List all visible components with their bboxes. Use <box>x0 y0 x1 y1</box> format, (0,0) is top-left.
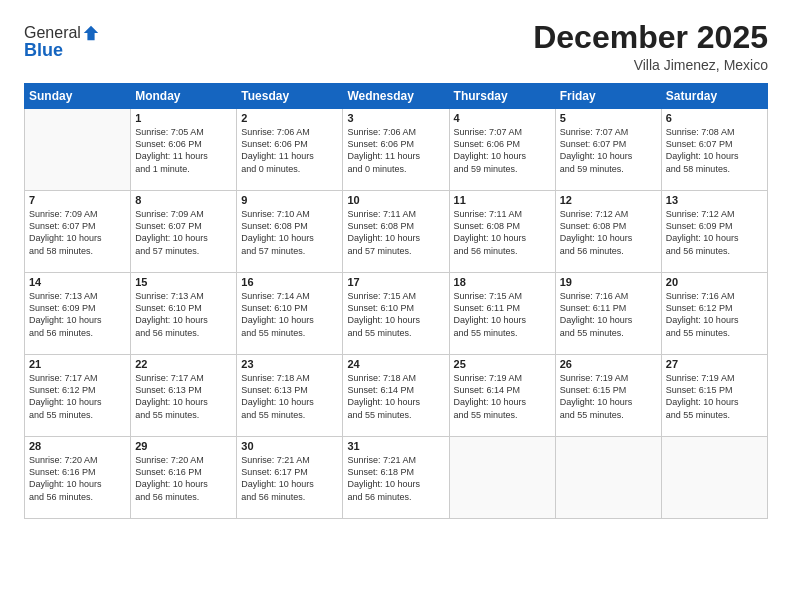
weekday-header: Wednesday <box>343 84 449 109</box>
calendar-cell <box>25 109 131 191</box>
calendar-cell: 12Sunrise: 7:12 AM Sunset: 6:08 PM Dayli… <box>555 191 661 273</box>
month-title: December 2025 <box>533 20 768 55</box>
calendar-cell: 22Sunrise: 7:17 AM Sunset: 6:13 PM Dayli… <box>131 355 237 437</box>
day-number: 11 <box>454 194 551 206</box>
day-info: Sunrise: 7:21 AM Sunset: 6:18 PM Dayligh… <box>347 454 444 503</box>
day-number: 30 <box>241 440 338 452</box>
calendar-week-row: 14Sunrise: 7:13 AM Sunset: 6:09 PM Dayli… <box>25 273 768 355</box>
calendar-cell: 26Sunrise: 7:19 AM Sunset: 6:15 PM Dayli… <box>555 355 661 437</box>
calendar-cell: 17Sunrise: 7:15 AM Sunset: 6:10 PM Dayli… <box>343 273 449 355</box>
day-number: 26 <box>560 358 657 370</box>
location: Villa Jimenez, Mexico <box>533 57 768 73</box>
day-info: Sunrise: 7:10 AM Sunset: 6:08 PM Dayligh… <box>241 208 338 257</box>
page: General Blue December 2025 Villa Jimenez… <box>0 0 792 612</box>
day-info: Sunrise: 7:17 AM Sunset: 6:13 PM Dayligh… <box>135 372 232 421</box>
calendar-cell: 6Sunrise: 7:08 AM Sunset: 6:07 PM Daylig… <box>661 109 767 191</box>
svg-marker-0 <box>84 26 98 40</box>
title-area: December 2025 Villa Jimenez, Mexico <box>533 20 768 73</box>
day-number: 23 <box>241 358 338 370</box>
day-number: 20 <box>666 276 763 288</box>
calendar-cell: 9Sunrise: 7:10 AM Sunset: 6:08 PM Daylig… <box>237 191 343 273</box>
day-info: Sunrise: 7:19 AM Sunset: 6:14 PM Dayligh… <box>454 372 551 421</box>
calendar-cell: 29Sunrise: 7:20 AM Sunset: 6:16 PM Dayli… <box>131 437 237 519</box>
day-info: Sunrise: 7:09 AM Sunset: 6:07 PM Dayligh… <box>29 208 126 257</box>
calendar-cell: 14Sunrise: 7:13 AM Sunset: 6:09 PM Dayli… <box>25 273 131 355</box>
calendar-cell: 20Sunrise: 7:16 AM Sunset: 6:12 PM Dayli… <box>661 273 767 355</box>
calendar-cell: 2Sunrise: 7:06 AM Sunset: 6:06 PM Daylig… <box>237 109 343 191</box>
day-info: Sunrise: 7:20 AM Sunset: 6:16 PM Dayligh… <box>29 454 126 503</box>
calendar-cell: 21Sunrise: 7:17 AM Sunset: 6:12 PM Dayli… <box>25 355 131 437</box>
day-info: Sunrise: 7:12 AM Sunset: 6:08 PM Dayligh… <box>560 208 657 257</box>
day-info: Sunrise: 7:16 AM Sunset: 6:12 PM Dayligh… <box>666 290 763 339</box>
calendar-cell <box>661 437 767 519</box>
day-number: 21 <box>29 358 126 370</box>
day-info: Sunrise: 7:07 AM Sunset: 6:07 PM Dayligh… <box>560 126 657 175</box>
weekday-header: Sunday <box>25 84 131 109</box>
calendar-cell: 7Sunrise: 7:09 AM Sunset: 6:07 PM Daylig… <box>25 191 131 273</box>
logo-blue: Blue <box>24 40 100 61</box>
calendar-week-row: 1Sunrise: 7:05 AM Sunset: 6:06 PM Daylig… <box>25 109 768 191</box>
calendar-cell: 31Sunrise: 7:21 AM Sunset: 6:18 PM Dayli… <box>343 437 449 519</box>
weekday-header-row: SundayMondayTuesdayWednesdayThursdayFrid… <box>25 84 768 109</box>
calendar-cell <box>449 437 555 519</box>
day-number: 4 <box>454 112 551 124</box>
calendar-week-row: 28Sunrise: 7:20 AM Sunset: 6:16 PM Dayli… <box>25 437 768 519</box>
day-info: Sunrise: 7:15 AM Sunset: 6:11 PM Dayligh… <box>454 290 551 339</box>
day-info: Sunrise: 7:12 AM Sunset: 6:09 PM Dayligh… <box>666 208 763 257</box>
calendar-cell: 19Sunrise: 7:16 AM Sunset: 6:11 PM Dayli… <box>555 273 661 355</box>
day-number: 3 <box>347 112 444 124</box>
calendar-cell: 1Sunrise: 7:05 AM Sunset: 6:06 PM Daylig… <box>131 109 237 191</box>
day-info: Sunrise: 7:21 AM Sunset: 6:17 PM Dayligh… <box>241 454 338 503</box>
day-number: 1 <box>135 112 232 124</box>
calendar-cell: 16Sunrise: 7:14 AM Sunset: 6:10 PM Dayli… <box>237 273 343 355</box>
day-info: Sunrise: 7:09 AM Sunset: 6:07 PM Dayligh… <box>135 208 232 257</box>
logo-icon <box>82 24 100 42</box>
day-number: 28 <box>29 440 126 452</box>
day-number: 24 <box>347 358 444 370</box>
day-info: Sunrise: 7:07 AM Sunset: 6:06 PM Dayligh… <box>454 126 551 175</box>
day-number: 22 <box>135 358 232 370</box>
calendar-cell: 4Sunrise: 7:07 AM Sunset: 6:06 PM Daylig… <box>449 109 555 191</box>
day-info: Sunrise: 7:08 AM Sunset: 6:07 PM Dayligh… <box>666 126 763 175</box>
day-number: 9 <box>241 194 338 206</box>
calendar-week-row: 7Sunrise: 7:09 AM Sunset: 6:07 PM Daylig… <box>25 191 768 273</box>
day-info: Sunrise: 7:11 AM Sunset: 6:08 PM Dayligh… <box>347 208 444 257</box>
day-number: 7 <box>29 194 126 206</box>
logo: General Blue <box>24 24 100 61</box>
day-info: Sunrise: 7:19 AM Sunset: 6:15 PM Dayligh… <box>666 372 763 421</box>
calendar-cell: 3Sunrise: 7:06 AM Sunset: 6:06 PM Daylig… <box>343 109 449 191</box>
day-info: Sunrise: 7:05 AM Sunset: 6:06 PM Dayligh… <box>135 126 232 175</box>
day-number: 10 <box>347 194 444 206</box>
calendar-cell <box>555 437 661 519</box>
day-number: 15 <box>135 276 232 288</box>
day-number: 31 <box>347 440 444 452</box>
day-number: 27 <box>666 358 763 370</box>
day-number: 8 <box>135 194 232 206</box>
day-number: 13 <box>666 194 763 206</box>
day-number: 18 <box>454 276 551 288</box>
calendar-cell: 8Sunrise: 7:09 AM Sunset: 6:07 PM Daylig… <box>131 191 237 273</box>
day-info: Sunrise: 7:19 AM Sunset: 6:15 PM Dayligh… <box>560 372 657 421</box>
day-number: 16 <box>241 276 338 288</box>
day-number: 14 <box>29 276 126 288</box>
day-number: 6 <box>666 112 763 124</box>
calendar-cell: 13Sunrise: 7:12 AM Sunset: 6:09 PM Dayli… <box>661 191 767 273</box>
calendar-cell: 10Sunrise: 7:11 AM Sunset: 6:08 PM Dayli… <box>343 191 449 273</box>
weekday-header: Thursday <box>449 84 555 109</box>
day-info: Sunrise: 7:16 AM Sunset: 6:11 PM Dayligh… <box>560 290 657 339</box>
day-info: Sunrise: 7:14 AM Sunset: 6:10 PM Dayligh… <box>241 290 338 339</box>
day-number: 25 <box>454 358 551 370</box>
calendar-cell: 25Sunrise: 7:19 AM Sunset: 6:14 PM Dayli… <box>449 355 555 437</box>
day-info: Sunrise: 7:06 AM Sunset: 6:06 PM Dayligh… <box>347 126 444 175</box>
day-info: Sunrise: 7:11 AM Sunset: 6:08 PM Dayligh… <box>454 208 551 257</box>
day-number: 29 <box>135 440 232 452</box>
day-info: Sunrise: 7:18 AM Sunset: 6:13 PM Dayligh… <box>241 372 338 421</box>
day-number: 5 <box>560 112 657 124</box>
day-info: Sunrise: 7:17 AM Sunset: 6:12 PM Dayligh… <box>29 372 126 421</box>
weekday-header: Monday <box>131 84 237 109</box>
day-info: Sunrise: 7:06 AM Sunset: 6:06 PM Dayligh… <box>241 126 338 175</box>
calendar-cell: 30Sunrise: 7:21 AM Sunset: 6:17 PM Dayli… <box>237 437 343 519</box>
weekday-header: Friday <box>555 84 661 109</box>
weekday-header: Tuesday <box>237 84 343 109</box>
calendar-cell: 24Sunrise: 7:18 AM Sunset: 6:14 PM Dayli… <box>343 355 449 437</box>
